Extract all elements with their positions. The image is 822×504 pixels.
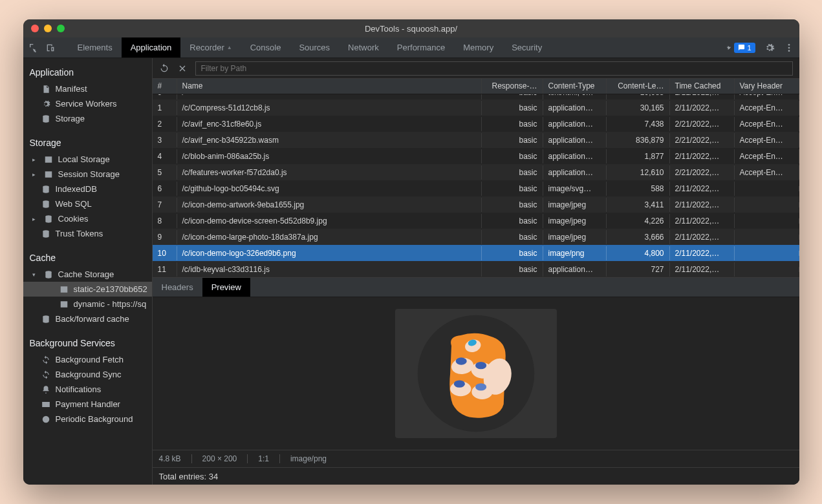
issues-icon (738, 44, 745, 51)
table-icon (44, 155, 53, 164)
table-icon (59, 285, 69, 294)
section-bg-services: Background Services (23, 334, 152, 352)
sidebar-indexeddb[interactable]: IndexedDB (23, 182, 152, 196)
window-title: DevTools - squoosh.app/ (23, 24, 799, 34)
database-icon (41, 200, 50, 209)
inspect-icon[interactable] (28, 43, 39, 53)
sidebar-cookies[interactable]: Cookies (23, 211, 152, 226)
footer: Total entries: 34 (153, 468, 799, 485)
close-icon[interactable] (177, 63, 188, 74)
preview-image (395, 309, 557, 438)
table-row[interactable]: 6/c/github-logo-bc05494c.svgbasicimage/s… (153, 180, 799, 196)
sidebar-manifest[interactable]: Manifest (23, 81, 152, 96)
svg-point-19 (455, 357, 466, 364)
col-vary[interactable]: Vary Header (735, 79, 799, 94)
sidebar-storage[interactable]: Storage (23, 111, 152, 126)
status-mime: image/png (290, 454, 327, 463)
tab-recorder[interactable]: Recorder ▲ (180, 37, 241, 58)
sidebar-notifications[interactable]: Notifications (23, 382, 152, 397)
sidebar-bg-sync[interactable]: Background Sync (23, 367, 152, 382)
table-icon (44, 170, 53, 179)
col-index[interactable]: # (153, 79, 177, 94)
table-row[interactable]: 0/basictext/html, c…19,0882/11/2022,…Acc… (153, 94, 799, 100)
preview-tabbar: Headers Preview (153, 278, 799, 297)
sidebar-local-storage[interactable]: Local Storage (23, 152, 152, 167)
sidebar-service-workers[interactable]: Service Workers (23, 96, 152, 111)
database-icon (44, 215, 53, 224)
table-row[interactable]: 4/c/blob-anim-086aa25b.jsbasicapplicatio… (153, 148, 799, 164)
total-entries: Total entries: 34 (159, 472, 219, 481)
tab-performance[interactable]: Performance (388, 37, 454, 58)
document-icon (41, 85, 50, 94)
card-icon (41, 400, 50, 409)
col-name[interactable]: Name (177, 79, 482, 94)
preview-statusbar: 4.8 kB 200 × 200 1:1 image/png (153, 450, 799, 468)
tab-elements[interactable]: Elements (69, 37, 122, 58)
main-tabbar: ElementsApplicationRecorder ▲ConsoleSour… (23, 37, 799, 58)
database-icon (44, 270, 53, 279)
application-sidebar: Application Manifest Service Workers Sto… (23, 58, 153, 485)
clock-icon (41, 415, 50, 424)
status-ratio: 1:1 (258, 454, 269, 463)
settings-icon[interactable] (764, 43, 775, 53)
more-menu-icon[interactable] (784, 43, 794, 53)
table-row[interactable]: 5/c/features-worker-f57d2da0.jsbasicappl… (153, 164, 799, 180)
filter-input[interactable] (195, 61, 793, 76)
col-response[interactable]: Response-… (482, 79, 543, 94)
tab-memory[interactable]: Memory (454, 37, 503, 58)
preview-pane (153, 297, 799, 450)
titlebar: DevTools - squoosh.app/ (23, 19, 799, 37)
table-row[interactable]: 1/c/Compress-51d12cb8.jsbasicapplication… (153, 100, 799, 116)
sidebar-cache-storage[interactable]: Cache Storage (23, 267, 152, 282)
sync-icon (41, 355, 50, 364)
table-row[interactable]: 2/c/avif_enc-31cf8e60.jsbasicapplication… (153, 116, 799, 132)
col-time-cached[interactable]: Time Cached (670, 79, 735, 94)
table-row[interactable]: 10/c/icon-demo-logo-326ed9b6.pngbasicima… (153, 245, 799, 261)
table-row[interactable]: 9/c/icon-demo-large-photo-18da387a.jpgba… (153, 229, 799, 245)
sidebar-bg-fetch[interactable]: Background Fetch (23, 352, 152, 367)
sidebar-cache-entry-static[interactable]: static-2e1370bb652 (23, 282, 152, 297)
cache-entries-table: # Name Response-… Content-Type Content-L… (153, 79, 799, 278)
table-row[interactable]: 3/c/avif_enc-b345922b.wasmbasicapplicati… (153, 132, 799, 148)
gear-icon (41, 100, 50, 109)
main-panel: # Name Response-… Content-Type Content-L… (153, 58, 799, 485)
squoosh-logo-icon (415, 312, 537, 435)
sidebar-trust-tokens[interactable]: Trust Tokens (23, 226, 152, 241)
svg-point-20 (475, 362, 486, 369)
tab-preview[interactable]: Preview (202, 278, 250, 297)
devtools-window: DevTools - squoosh.app/ ElementsApplicat… (23, 19, 799, 485)
database-icon (41, 185, 50, 194)
tab-sources[interactable]: Sources (290, 37, 339, 58)
table-row[interactable]: 7/c/icon-demo-artwork-9eba1655.jpgbasici… (153, 196, 799, 213)
sidebar-websql[interactable]: Web SQL (23, 196, 152, 211)
status-size: 4.8 kB (159, 454, 181, 463)
table-icon (59, 300, 69, 309)
sidebar-session-storage[interactable]: Session Storage (23, 167, 152, 182)
col-content-type[interactable]: Content-Type (543, 79, 607, 94)
tab-network[interactable]: Network (339, 37, 388, 58)
svg-point-21 (453, 380, 464, 387)
table-row[interactable]: 8/c/icon-demo-device-screen-5d52d8b9.jpg… (153, 213, 799, 229)
sidebar-bfcache[interactable]: Back/forward cache (23, 311, 152, 326)
device-toggle-icon[interactable] (45, 43, 56, 53)
database-icon (41, 229, 50, 238)
sidebar-cache-entry-dynamic[interactable]: dynamic - https://sq (23, 297, 152, 311)
svg-point-0 (788, 44, 790, 46)
database-icon (41, 114, 50, 123)
sidebar-payment-handler[interactable]: Payment Handler (23, 397, 152, 412)
tab-application[interactable]: Application (122, 37, 181, 58)
col-content-length[interactable]: Content-Le… (607, 79, 670, 94)
cache-toolbar (153, 58, 799, 79)
sync-icon (41, 370, 50, 379)
tab-console[interactable]: Console (241, 37, 290, 58)
table-row[interactable]: 11/c/idb-keyval-c33d3116.jsbasicapplicat… (153, 261, 799, 277)
status-dimensions: 200 × 200 (202, 454, 237, 463)
sidebar-periodic-bg[interactable]: Periodic Background (23, 412, 152, 426)
refresh-icon[interactable] (159, 63, 169, 74)
issues-badge[interactable]: 1 (734, 43, 755, 53)
more-tabs-icon[interactable] (724, 43, 734, 53)
tab-headers[interactable]: Headers (153, 278, 202, 297)
bell-icon (41, 385, 50, 394)
tab-security[interactable]: Security (503, 37, 551, 58)
section-cache: Cache (23, 249, 152, 267)
